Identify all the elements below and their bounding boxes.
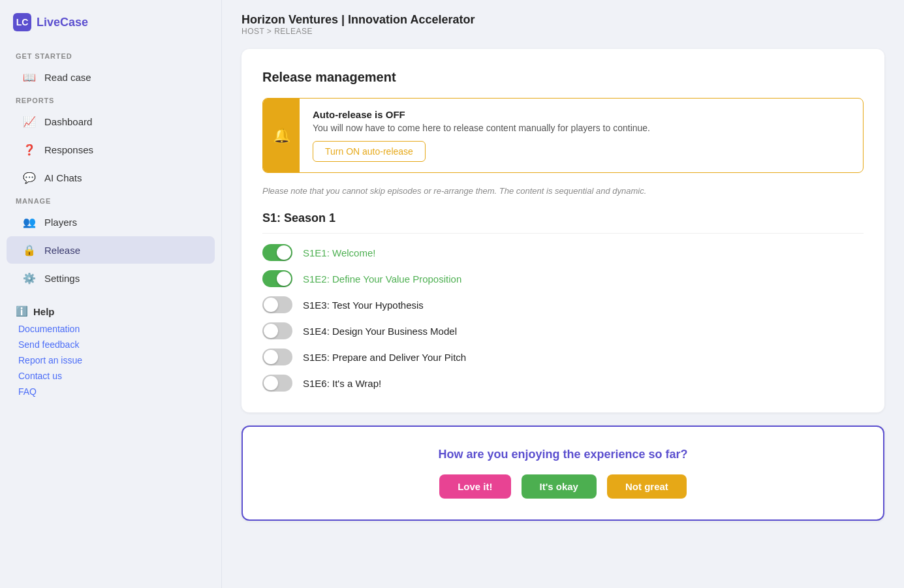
toggle-s1e4[interactable] (262, 322, 292, 339)
toggle-knob (264, 298, 278, 312)
sidebar-item-label: Read case (44, 72, 91, 83)
sidebar-section-label: REPORTS (0, 91, 221, 107)
help-section: ℹ️ Help DocumentationSend feedbackReport… (0, 305, 221, 398)
feedback-btn-not-great[interactable]: Not great (607, 474, 687, 499)
logo: LC LiveCase (0, 13, 221, 47)
help-link-send-feedback[interactable]: Send feedback (18, 338, 206, 351)
page-title: Horizon Ventures | Innovation Accelerato… (242, 13, 884, 27)
breadcrumb-area: Horizon Ventures | Innovation Accelerato… (242, 13, 884, 36)
episode-label-s1e1: S1E1: Welcome! (303, 247, 375, 258)
sidebar-item-responses[interactable]: ❓Responses (7, 136, 215, 163)
sidebar-item-release[interactable]: 🔒Release (7, 236, 215, 264)
sidebar-section-label: MANAGE (0, 192, 221, 208)
episode-item-s1e3: S1E3: Test Your Hypothesis (262, 296, 864, 313)
episode-label-s1e4: S1E4: Design Your Business Model (303, 326, 457, 337)
sidebar-item-label: Settings (44, 273, 80, 284)
help-icon: ℹ️ (16, 305, 28, 317)
ai-chats-icon: 💬 (22, 170, 37, 185)
sidebar-item-dashboard[interactable]: 📈Dashboard (7, 108, 215, 135)
settings-icon: ⚙️ (22, 271, 37, 285)
sidebar-item-players[interactable]: 👥Players (7, 208, 215, 236)
episode-item-s1e6: S1E6: It's a Wrap! (262, 375, 864, 392)
episode-item-s1e5: S1E5: Prepare and Deliver Your Pitch (262, 348, 864, 365)
sidebar: LC LiveCase GET STARTED📖Read caseREPORTS… (0, 0, 222, 588)
sidebar-item-label: Release (44, 245, 80, 256)
episode-label-s1e2: S1E2: Define Your Value Proposition (303, 273, 461, 285)
banner-title: Auto-release is OFF (313, 109, 650, 120)
feedback-question: How are you enjoying the experience so f… (264, 448, 862, 461)
feedback-btn-its-okay[interactable]: It's okay (522, 474, 597, 499)
sidebar-item-label: Players (44, 217, 77, 228)
episode-item-s1e1: S1E1: Welcome! (262, 244, 864, 261)
toggle-s1e5[interactable] (262, 348, 292, 365)
sidebar-item-label: AI Chats (44, 172, 82, 183)
feedback-buttons: Love it!It's okayNot great (264, 474, 862, 499)
toggle-knob (264, 350, 278, 364)
toggle-knob (264, 324, 278, 338)
main-content: Horizon Ventures | Innovation Accelerato… (222, 0, 904, 588)
read-case-icon: 📖 (22, 70, 37, 84)
release-icon: 🔒 (22, 243, 37, 257)
episode-label-s1e3: S1E3: Test Your Hypothesis (303, 300, 424, 311)
sidebar-item-settings[interactable]: ⚙️Settings (7, 264, 215, 292)
episode-item-s1e2: S1E2: Define Your Value Proposition (262, 270, 864, 287)
logo-text: LiveCase (37, 16, 88, 29)
season-title: S1: Season 1 (262, 211, 864, 234)
help-title: ℹ️ Help (16, 305, 206, 317)
episode-list: S1E1: Welcome!S1E2: Define Your Value Pr… (262, 244, 864, 392)
dashboard-icon: 📈 (22, 114, 37, 129)
episode-label-s1e6: S1E6: It's a Wrap! (303, 378, 381, 389)
auto-release-banner: 🔔 Auto-release is OFF You will now have … (262, 98, 864, 173)
logo-icon: LC (13, 13, 31, 31)
turn-on-auto-release-button[interactable]: Turn ON auto-release (313, 141, 426, 162)
help-link-contact-us[interactable]: Contact us (18, 369, 206, 382)
toggle-s1e3[interactable] (262, 296, 292, 313)
toggle-s1e2[interactable] (262, 270, 292, 287)
toggle-knob (277, 271, 291, 286)
banner-content: Auto-release is OFF You will now have to… (300, 99, 663, 172)
toggle-s1e1[interactable] (262, 244, 292, 261)
responses-icon: ❓ (22, 142, 37, 157)
help-link-faq[interactable]: FAQ (18, 385, 206, 398)
sidebar-item-ai-chats[interactable]: 💬AI Chats (7, 164, 215, 191)
sidebar-item-label: Dashboard (44, 116, 92, 127)
episode-label-s1e5: S1E5: Prepare and Deliver Your Pitch (303, 352, 466, 363)
sequential-note: Please note that you cannot skip episode… (262, 186, 864, 196)
breadcrumb: HOST > RELEASE (242, 27, 884, 36)
toggle-s1e6[interactable] (262, 375, 292, 392)
episode-item-s1e4: S1E4: Design Your Business Model (262, 322, 864, 339)
toggle-knob (264, 376, 278, 390)
sidebar-item-label: Responses (44, 144, 93, 155)
help-link-report-issue[interactable]: Report an issue (18, 354, 206, 367)
players-icon: 👥 (22, 215, 37, 229)
feedback-btn-love-it[interactable]: Love it! (439, 474, 510, 499)
toggle-knob (277, 245, 291, 260)
release-card: Release management 🔔 Auto-release is OFF… (242, 49, 884, 412)
card-title: Release management (262, 70, 864, 85)
feedback-card: How are you enjoying the experience so f… (242, 426, 884, 521)
sidebar-section-label: GET STARTED (0, 47, 221, 63)
banner-icon: 🔔 (263, 99, 300, 172)
help-link-documentation[interactable]: Documentation (18, 322, 206, 335)
banner-description: You will now have to come here to releas… (313, 123, 650, 133)
sidebar-item-read-case[interactable]: 📖Read case (7, 63, 215, 91)
